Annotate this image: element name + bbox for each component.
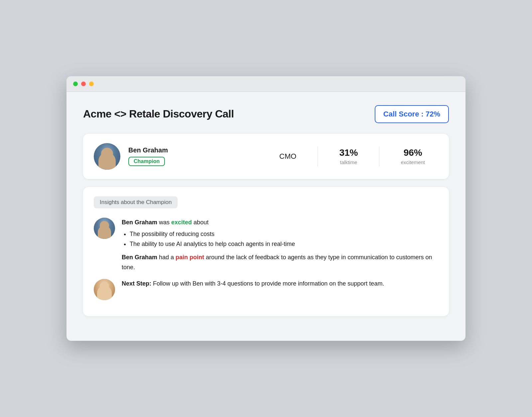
page-title: Acme <> Retale Discovery Call xyxy=(83,108,234,120)
call-score-badge: Call Score : 72% xyxy=(375,105,449,123)
insight-1-name: Ben Graham xyxy=(122,219,157,226)
insight-1-text: Ben Graham was excited about The possibi… xyxy=(122,218,438,272)
main-content: Acme <> Retale Discovery Call Call Score… xyxy=(66,92,466,341)
excitement-value: 96% xyxy=(401,147,425,158)
avatar-woman-image xyxy=(94,279,115,300)
maximize-dot[interactable] xyxy=(89,82,94,86)
avatar-image-ben xyxy=(94,143,120,170)
insight-1-was: was xyxy=(157,219,171,226)
close-dot[interactable] xyxy=(73,82,78,86)
insight-row-1: Ben Graham was excited about The possibi… xyxy=(94,218,438,272)
avatar-ben-small-image xyxy=(94,218,115,239)
excitement-label: excitement xyxy=(401,159,425,165)
person-card: Ben Graham Champion CMO 31% talktime 96%… xyxy=(83,134,449,179)
next-step-label: Next Step: xyxy=(122,280,151,287)
insight-2-text: Next Step: Follow up with Ben with 3-4 q… xyxy=(122,279,384,289)
talktime-label: talktime xyxy=(339,159,358,165)
person-role: CMO xyxy=(269,152,310,161)
avatar-small-woman xyxy=(94,279,115,300)
talktime-stat: 31% talktime xyxy=(326,147,371,165)
avatar-small-ben xyxy=(94,218,115,239)
divider-2 xyxy=(379,146,379,166)
insights-section-label: Insights about the Champion xyxy=(94,196,178,208)
excitement-stat: 96% excitement xyxy=(387,147,438,165)
champion-badge: Champion xyxy=(128,157,165,166)
insights-card: Insights about the Champion Ben Graham w… xyxy=(83,187,449,316)
insight-1-pain-word: pain point xyxy=(176,254,204,261)
avatar xyxy=(94,143,120,170)
app-window: Acme <> Retale Discovery Call Call Score… xyxy=(66,76,466,341)
insight-1-excited: excited xyxy=(171,219,192,226)
insight-1-about: about xyxy=(192,219,208,226)
person-info: Ben Graham Champion xyxy=(128,146,261,166)
header-row: Acme <> Retale Discovery Call Call Score… xyxy=(83,105,449,123)
insight-1-name-2: Ben Graham xyxy=(122,254,157,261)
insight-1-pain-prefix: had a xyxy=(157,254,176,261)
bullet-1: The possibility of reducing costs xyxy=(130,229,438,239)
insight-row-2: Next Step: Follow up with Ben with 3-4 q… xyxy=(94,279,438,300)
bullet-2: The ability to use AI analytics to help … xyxy=(130,239,438,249)
insight-1-bullets: The possibility of reducing costs The ab… xyxy=(122,229,438,249)
titlebar xyxy=(66,76,466,92)
talktime-value: 31% xyxy=(339,147,358,158)
next-step-text: Follow up with Ben with 3-4 questions to… xyxy=(151,280,384,287)
minimize-dot[interactable] xyxy=(81,82,86,86)
divider-1 xyxy=(318,146,318,166)
person-name: Ben Graham xyxy=(128,146,261,154)
